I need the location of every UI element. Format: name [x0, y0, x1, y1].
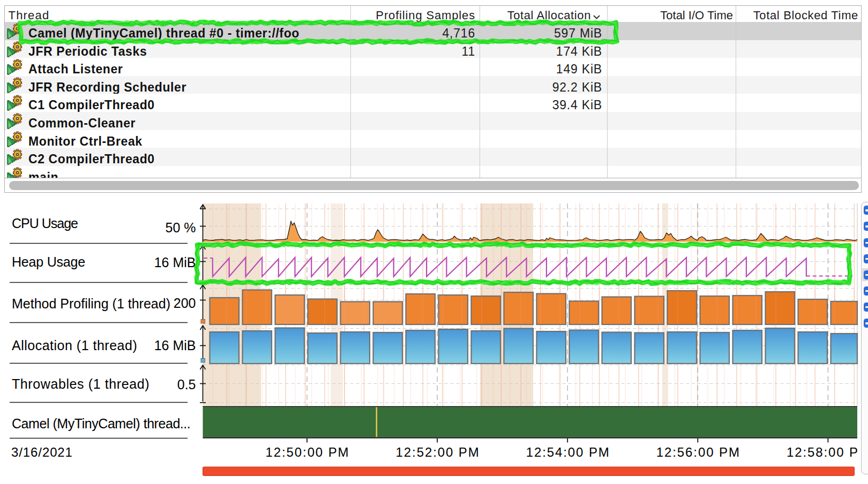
svg-text:Allocation (1 thread): Allocation (1 thread): [12, 338, 137, 353]
svg-text:200: 200: [174, 296, 196, 311]
svg-text:CPU Usage: CPU Usage: [12, 216, 78, 231]
svg-text:12:52:00 PM: 12:52:00 PM: [396, 445, 480, 459]
svg-text:Camel (MyTinyCamel) thread...: Camel (MyTinyCamel) thread...: [12, 416, 190, 431]
svg-text:12:56:00 PM: 12:56:00 PM: [656, 445, 740, 459]
svg-text:Throwables (1 thread): Throwables (1 thread): [12, 376, 149, 391]
svg-text:12:54:00 PM: 12:54:00 PM: [526, 445, 610, 459]
svg-text:Method Profiling (1 thread): Method Profiling (1 thread): [12, 296, 170, 311]
svg-text:16 MiB: 16 MiB: [154, 255, 196, 270]
svg-text:16 MiB: 16 MiB: [154, 338, 196, 353]
svg-text:3/16/2021: 3/16/2021: [11, 445, 73, 459]
svg-text:0.5: 0.5: [177, 377, 196, 392]
svg-text:Heap Usage: Heap Usage: [12, 254, 85, 269]
svg-text:12:50:00 PM: 12:50:00 PM: [266, 445, 350, 459]
svg-text:12:58:00 PM: 12:58:00 PM: [787, 445, 868, 459]
svg-text:50 %: 50 %: [166, 220, 196, 235]
